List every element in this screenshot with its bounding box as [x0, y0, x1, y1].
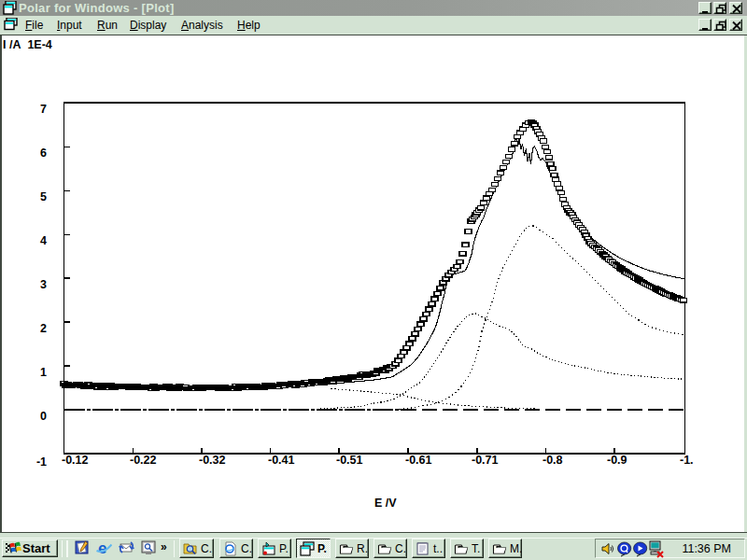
svg-text:7: 7: [40, 103, 47, 116]
svg-text:6: 6: [40, 147, 47, 160]
svg-text:-0.41: -0.41: [268, 454, 295, 467]
svg-text:e: e: [98, 540, 106, 556]
svg-text:0: 0: [40, 410, 47, 423]
svg-text:2: 2: [40, 322, 47, 335]
svg-text:E /V: E /V: [374, 497, 397, 510]
svg-text:I /A 1E-4: I /A 1E-4: [3, 38, 52, 51]
svg-text:-0.22: -0.22: [130, 454, 157, 467]
svg-text:-0.32: -0.32: [199, 454, 226, 467]
svg-text:-0.12: -0.12: [62, 454, 89, 467]
svg-text:-1.: -1.: [680, 454, 694, 467]
svg-text:-0.51: -0.51: [336, 454, 363, 467]
svg-text:3: 3: [40, 278, 47, 291]
svg-text:-0.9: -0.9: [607, 454, 627, 467]
svg-text:5: 5: [40, 190, 47, 203]
svg-text:4: 4: [40, 234, 47, 247]
svg-text:-0.8: -0.8: [543, 454, 563, 467]
svg-text:1: 1: [40, 366, 47, 379]
svg-text:-1: -1: [36, 455, 47, 469]
svg-text:-0.71: -0.71: [472, 454, 499, 467]
svg-text:-0.61: -0.61: [405, 454, 432, 467]
